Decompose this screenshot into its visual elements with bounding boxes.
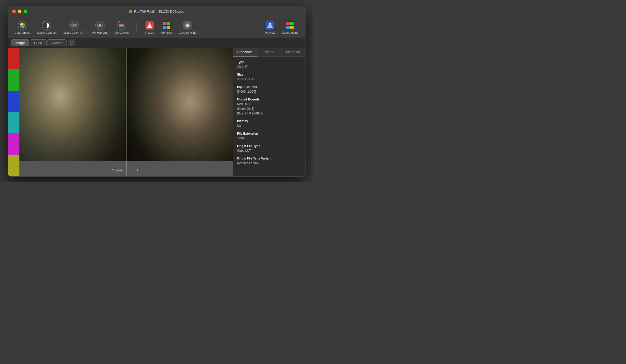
window-title: Rec709 Fujifilm 3513DI D65.cube: [134, 10, 184, 13]
main-content: Original LUT Properties History Metadata…: [8, 48, 305, 176]
prop-output-bounds-blue: Blue: [0, 0.999967]: [237, 111, 301, 116]
prop-origin-file-type-variant-label: Origin File Type Variant: [237, 157, 301, 160]
monochrome-label: Monochrome: [92, 31, 108, 34]
image-frame: Original LUT: [19, 48, 233, 176]
prop-input-bounds-label: Input Bounds: [237, 85, 301, 89]
panel-tab-history[interactable]: History: [257, 48, 281, 56]
prop-output-bounds-green: Green: [0, 1]: [237, 106, 301, 111]
panel-tab-properties[interactable]: Properties: [233, 48, 257, 56]
shield-tab[interactable]: [68, 39, 75, 46]
prop-file-extension-label: File Extension: [237, 132, 301, 135]
panel-tab-metadata[interactable]: Metadata: [281, 48, 305, 56]
resize-button[interactable]: Resize: [142, 19, 157, 36]
prop-type-label: Type: [237, 60, 301, 64]
color-space-button[interactable]: Color Space: [12, 19, 33, 36]
isolate-color-button[interactable]: Isolate Color (CR): [60, 19, 88, 36]
export-image-icon: [285, 21, 295, 30]
prop-origin-file-type-variant: Origin File Type Variant Resolve Legacy: [237, 157, 301, 165]
prop-size-label: Size: [237, 73, 301, 76]
swatch-green[interactable]: [8, 69, 19, 91]
resize-label: Resize: [145, 31, 154, 34]
svg-rect-12: [119, 25, 124, 26]
prop-origin-file-type-variant-value: Resolve Legacy: [237, 161, 301, 165]
svg-point-8: [73, 25, 75, 27]
panel-properties-content: Type 3D LUT Size 33 × 33 × 33 Input Boun…: [233, 57, 305, 176]
mix-curves-button[interactable]: Mix Curves: [112, 19, 131, 36]
svg-point-10: [98, 24, 102, 27]
tab-cube[interactable]: Cube: [30, 39, 47, 46]
prop-output-bounds-red: Red: [0, 1]: [237, 102, 301, 106]
svg-rect-20: [167, 26, 170, 29]
prop-origin-file-type-label: Origin File Type: [237, 144, 301, 148]
svg-rect-28: [286, 26, 290, 29]
svg-rect-19: [163, 26, 166, 29]
svg-rect-29: [290, 26, 294, 29]
tab-curves[interactable]: Curves: [47, 39, 67, 46]
prop-identity-value: No: [237, 123, 301, 128]
svg-rect-18: [167, 22, 170, 25]
isolate-contrast-label: Isolate Contrast: [37, 31, 56, 34]
app-window: Rec709 Fujifilm 3513DI D65.cube Color Sp…: [8, 6, 305, 177]
svg-rect-15: [147, 26, 153, 26]
monochrome-button[interactable]: Monochrome: [89, 19, 111, 36]
close-button[interactable]: [12, 10, 16, 13]
svg-rect-11: [119, 24, 124, 25]
isolate-color-icon: [69, 21, 79, 30]
color-space-label: Color Space: [15, 31, 31, 34]
svg-point-24: [269, 23, 271, 25]
convert-1d-button[interactable]: Convert to 1D: [176, 19, 199, 36]
prop-size-value: 33 × 33 × 33: [237, 77, 301, 82]
isolate-color-label: Isolate Color (CR): [63, 31, 85, 34]
prop-output-bounds-label: Output Bounds: [237, 98, 301, 101]
mix-curves-label: Mix Curves: [114, 31, 129, 34]
prop-file-extension-value: .cube: [237, 136, 301, 141]
prop-type-value: 3D LUT: [237, 64, 301, 69]
convert-1d-icon: [183, 21, 192, 30]
combine-icon: [162, 21, 171, 30]
image-viewer[interactable]: Original LUT: [19, 48, 233, 176]
prop-identity: Identity No: [237, 119, 301, 128]
prop-origin-file-type-value: Cube LUT: [237, 148, 301, 153]
swatch-magenta[interactable]: [8, 133, 19, 155]
prop-size: Size 33 × 33 × 33: [237, 73, 301, 82]
view-tabs: Image Cube Curves: [8, 38, 305, 48]
monochrome-icon: [95, 21, 105, 30]
prop-type: Type 3D LUT: [237, 60, 301, 69]
export-group: Preview Export Image: [262, 19, 301, 36]
image-split-divider: [126, 48, 127, 176]
export-image-button[interactable]: Export Image: [279, 19, 301, 36]
svg-rect-13: [119, 26, 124, 27]
isolate-contrast-button[interactable]: Isolate Contrast: [34, 19, 59, 36]
svg-rect-26: [286, 22, 290, 25]
export-image-label: Export Image: [281, 31, 298, 34]
minimize-button[interactable]: [18, 10, 21, 13]
prop-identity-label: Identity: [237, 119, 301, 123]
tab-image[interactable]: Image: [11, 39, 29, 46]
resize-icon: [145, 21, 154, 30]
swatch-yellow[interactable]: [8, 155, 19, 176]
color-swatches: [8, 48, 19, 176]
prop-output-bounds: Output Bounds Red: [0, 1] Green: [0, 1] …: [237, 98, 301, 116]
svg-rect-2: [130, 11, 131, 12]
combine-label: Combine: [161, 31, 172, 34]
swatch-blue[interactable]: [8, 91, 19, 112]
convert-1d-label: Convert to 1D: [179, 31, 196, 34]
svg-rect-27: [290, 22, 294, 25]
swatch-cyan[interactable]: [8, 112, 19, 134]
main-toolbar: Color Space Isolate Contrast: [8, 17, 305, 38]
isolate-contrast-icon: [42, 21, 51, 30]
traffic-lights: [12, 10, 27, 13]
label-lut: LUT: [134, 168, 140, 172]
titlebar: Rec709 Fujifilm 3513DI D65.cube: [8, 6, 305, 17]
maximize-button[interactable]: [24, 10, 27, 13]
prop-input-bounds-value: [0.000, 1.000]: [237, 89, 301, 94]
title-cube-icon: [128, 9, 133, 13]
color-space-icon: [18, 21, 27, 30]
preview-button[interactable]: Preview: [262, 19, 278, 36]
image-labels: Original LUT: [112, 168, 140, 172]
swatch-red[interactable]: [8, 48, 19, 69]
combine-button[interactable]: Combine: [158, 19, 175, 36]
right-panel: Properties History Metadata Type 3D LUT …: [233, 48, 305, 176]
prop-file-extension: File Extension .cube: [237, 132, 301, 141]
label-original: Original: [112, 168, 123, 172]
